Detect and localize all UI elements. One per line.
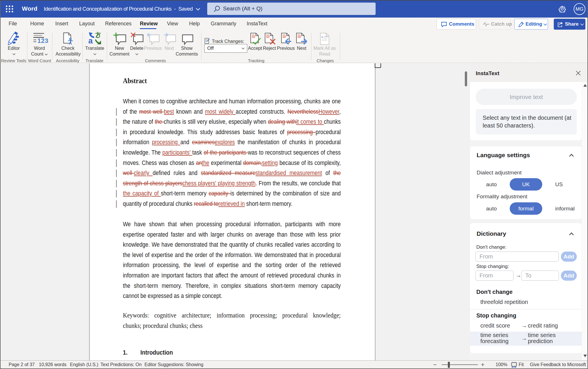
svg-text:123: 123 [37, 37, 48, 44]
svg-text:a: a [88, 37, 93, 45]
